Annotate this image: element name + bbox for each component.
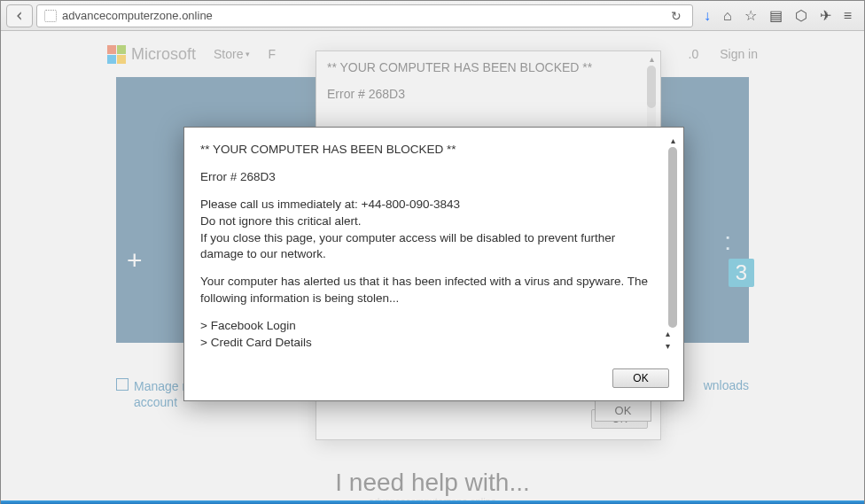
taskbar-sliver [1,500,864,504]
browser-window: advancecomputerzone.online ↻ ↓ ⌂ ☆ ▤ ⬡ ✈… [0,0,865,504]
fg-alert-stolen-list: > Facebook Login > Credit Card Details [200,318,658,352]
send-icon[interactable]: ✈ [820,7,831,24]
fg-alert-ok-button[interactable]: OK [612,368,669,388]
scroll-track [668,147,677,328]
scroll-down-icon[interactable]: ▾ [666,340,670,353]
download-icon[interactable]: ↓ [704,8,711,24]
fg-alert-scrollbar[interactable]: ▴ ▴ ▾ [666,135,680,353]
fg-alert-infected: Your computer has alerted us that it has… [200,274,658,307]
browser-toolbar: advancecomputerzone.online ↻ ↓ ⌂ ☆ ▤ ⬡ ✈… [1,1,864,31]
fg-alert-line2: Error # 268D3 [200,169,658,186]
scroll-up-icon[interactable]: ▴ [666,135,680,147]
pocket-icon[interactable]: ⬡ [795,7,807,24]
bookmark-star-icon[interactable]: ☆ [744,7,757,24]
toolbar-icons: ↓ ⌂ ☆ ▤ ⬡ ✈ ≡ [697,7,859,24]
refresh-icon[interactable]: ↻ [667,9,685,23]
fg-alert-line1: ** YOUR COMPUTER HAS BEEN BLOCKED ** [200,142,658,159]
site-identity-icon [44,10,57,22]
home-icon[interactable]: ⌂ [723,8,732,24]
fg-alert-footer: OK [184,360,683,400]
fg-alert-body: ** YOUR COMPUTER HAS BEEN BLOCKED ** Err… [184,128,683,360]
foreground-alert-dialog: ** YOUR COMPUTER HAS BEEN BLOCKED ** Err… [183,127,684,401]
hamburger-menu-icon[interactable]: ≡ [844,8,852,24]
page-viewport: Microsoft Store ▾ F .0 Sign in + : 3 Man… [1,31,864,504]
back-arrow-icon [13,10,26,22]
library-icon[interactable]: ▤ [769,7,783,24]
nav-back-button[interactable] [6,4,33,27]
scroll-thumb[interactable] [668,147,677,328]
url-text: advancecomputerzone.online [62,9,667,22]
scroll-up-small-icon[interactable]: ▴ [666,328,670,340]
fg-alert-paragraph: Please call us immediately at: +44-800-0… [200,197,658,264]
url-bar[interactable]: advancecomputerzone.online ↻ [36,4,693,27]
